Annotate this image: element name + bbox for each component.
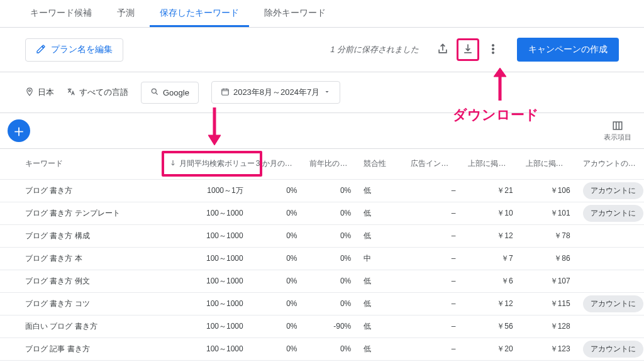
cell-imp-share: – (404, 292, 462, 315)
cell-top-bid-low: ￥10 (462, 202, 519, 224)
cell-top-bid-high: ￥123 (519, 337, 577, 360)
cell-trend-3m: 0% (250, 270, 304, 292)
cell-trend-3m: 0% (250, 292, 304, 315)
date-range-chip[interactable]: 2023年8月～2024年7月 (211, 81, 340, 104)
tab-saved-keywords[interactable]: 保存したキーワード (150, 0, 249, 27)
cell-account-status (577, 270, 644, 292)
cell-account-status: アカウントに (577, 292, 644, 315)
table-row[interactable]: ブログ 書き方 構成100～10000%0%低–￥12￥78 (0, 224, 644, 247)
cell-account-status: アカウントに (577, 202, 644, 224)
cell-competition: 低 (357, 270, 404, 292)
calendar-icon (221, 87, 230, 98)
download-button[interactable] (457, 38, 479, 61)
tab-forecast[interactable]: 予測 (107, 0, 145, 27)
col-imp-share[interactable]: 広告インプレッ… (404, 149, 462, 179)
col-volume[interactable]: 月間平均検索ボリュー (155, 149, 250, 179)
cell-competition: 低 (357, 337, 404, 360)
keyword-table: キーワード 月間平均検索ボリュー 3 か月の推移 前年比の推移 競合性 広告イン… (0, 149, 644, 361)
plus-icon: ＋ (11, 119, 27, 142)
tab-candidates[interactable]: キーワード候補 (20, 0, 102, 27)
svg-point-2 (492, 52, 494, 53)
sort-desc-icon (169, 159, 177, 168)
pencil-icon (36, 44, 46, 56)
saved-time-label: 1 分前に保存されました (330, 44, 419, 55)
cell-competition: 低 (357, 315, 404, 337)
create-campaign-button[interactable]: キャンペーンの作成 (517, 38, 619, 62)
cell-trend-3m: 0% (250, 247, 304, 270)
cell-imp-share: – (404, 224, 462, 247)
cell-trend-3m: 0% (250, 224, 304, 247)
translate-icon (67, 87, 75, 98)
table-row[interactable]: ブログ 書き方1000～1万0%0%低–￥21￥106アカウントに (0, 179, 644, 202)
cell-trend-yoy: -90% (303, 315, 357, 337)
cell-trend-3m: 0% (250, 337, 304, 360)
status-badge[interactable]: アカウントに (583, 295, 643, 312)
cell-competition: 低 (357, 224, 404, 247)
cell-top-bid-high: ￥128 (519, 315, 577, 337)
svg-point-4 (152, 89, 156, 93)
cell-top-bid-high: ￥106 (519, 179, 577, 202)
tabs: キーワード候補 予測 保存したキーワード 除外キーワード (0, 0, 644, 28)
cell-account-status (577, 247, 644, 270)
status-badge[interactable]: アカウントに (583, 205, 643, 222)
add-keyword-button[interactable]: ＋ (8, 119, 30, 142)
share-button[interactable] (431, 38, 454, 61)
more-menu-button[interactable] (482, 38, 504, 61)
status-badge[interactable]: アカウントに (583, 182, 643, 199)
cell-imp-share: – (404, 179, 462, 202)
cell-imp-share: – (404, 337, 462, 360)
cell-keyword: ブログ 書き方 例文 (0, 270, 155, 292)
col-keyword[interactable]: キーワード (0, 149, 155, 179)
cell-top-bid-low: ￥12 (462, 292, 519, 315)
cell-volume: 100～1000 (155, 202, 250, 224)
columns-label: 表示項目 (604, 133, 631, 141)
table-row[interactable]: ブログ 書き方 例文100～10000%0%低–￥6￥107 (0, 270, 644, 292)
network-label: Google (163, 88, 189, 97)
columns-toggle[interactable]: 表示項目 (604, 120, 636, 142)
table-row[interactable]: ブログ 書き方 本100～10000%0%中–￥7￥86 (0, 247, 644, 270)
col-competition[interactable]: 競合性 (357, 149, 404, 179)
more-vert-icon (487, 43, 499, 57)
cell-keyword: ブログ 記事 書き方 (0, 337, 155, 360)
status-badge[interactable]: アカウントに (583, 341, 643, 358)
cell-top-bid-high: ￥78 (519, 224, 577, 247)
tab-negative-keywords[interactable]: 除外キーワード (254, 0, 336, 27)
columns-icon (604, 120, 631, 131)
cell-competition: 中 (357, 247, 404, 270)
location-chip[interactable]: 日本 (25, 87, 54, 98)
cell-top-bid-low: ￥6 (462, 270, 519, 292)
cell-trend-yoy: 0% (303, 224, 357, 247)
col-trend-yoy[interactable]: 前年比の推移 (303, 149, 357, 179)
table-row[interactable]: ブログ 記事 書き方100～10000%0%低–￥20￥123アカウントに (0, 337, 644, 360)
svg-rect-5 (222, 89, 229, 94)
cell-competition: 低 (357, 179, 404, 202)
table-row[interactable]: ブログ 書き方 テンプレート100～10000%0%低–￥10￥101アカウント… (0, 202, 644, 224)
cell-account-status (577, 315, 644, 337)
table-row[interactable]: ブログ 書き方 コツ100～10000%0%低–￥12￥115アカウントに (0, 292, 644, 315)
col-account-status[interactable]: アカウントのス… (577, 149, 644, 179)
location-icon (25, 87, 34, 98)
table-header-row: キーワード 月間平均検索ボリュー 3 か月の推移 前年比の推移 競合性 広告イン… (0, 149, 644, 179)
network-chip[interactable]: Google (141, 82, 199, 104)
svg-point-0 (492, 44, 494, 46)
cell-account-status: アカウントに (577, 337, 644, 360)
cell-top-bid-low: ￥21 (462, 179, 519, 202)
cell-top-bid-high: ￥115 (519, 292, 577, 315)
table-row[interactable]: 面白い ブログ 書き方100～10000%-90%低–￥56￥128 (0, 315, 644, 337)
cell-competition: 低 (357, 202, 404, 224)
cell-imp-share: – (404, 315, 462, 337)
col-top-bid-high[interactable]: 上部に掲載され (519, 149, 577, 179)
cell-top-bid-low: ￥12 (462, 224, 519, 247)
cell-imp-share: – (404, 270, 462, 292)
cell-top-bid-high: ￥86 (519, 247, 577, 270)
svg-rect-6 (613, 122, 622, 129)
location-label: 日本 (38, 87, 54, 98)
cell-top-bid-low: ￥20 (462, 337, 519, 360)
edit-plan-button[interactable]: プラン名を編集 (25, 38, 123, 62)
language-chip[interactable]: すべての言語 (67, 87, 128, 98)
cell-competition: 低 (357, 292, 404, 315)
cell-trend-yoy: 0% (303, 247, 357, 270)
cell-keyword: ブログ 書き方 テンプレート (0, 202, 155, 224)
search-partners-icon (150, 87, 159, 98)
col-top-bid-low[interactable]: 上部に掲載され (462, 149, 519, 179)
